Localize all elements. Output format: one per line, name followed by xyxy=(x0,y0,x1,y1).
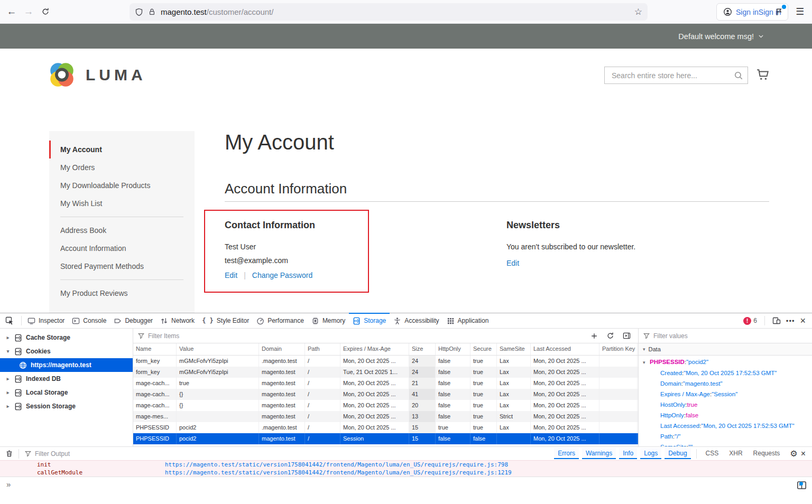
tree-item-local-storage[interactable]: ▸Local Storage xyxy=(0,386,133,399)
refresh-items-icon[interactable] xyxy=(606,332,614,340)
sidebar-item-account-information[interactable]: Account Information xyxy=(49,239,195,257)
search-icon[interactable] xyxy=(734,71,743,80)
filter-logs-button[interactable]: Logs xyxy=(640,448,661,459)
tab-storage[interactable]: Storage xyxy=(349,313,390,328)
tree-item-indexed-db[interactable]: ▸Indexed DB xyxy=(0,372,133,386)
data-section-header[interactable]: ▾ Data xyxy=(639,343,812,356)
data-entry[interactable]: Domain:"magento.test" xyxy=(639,378,812,389)
change-password-link[interactable]: Change Password xyxy=(252,271,312,279)
col-value[interactable]: Value xyxy=(177,343,259,355)
cookie-row[interactable]: mage-cach...truemagento.test/Mon, 20 Oct… xyxy=(133,378,638,389)
stack-function: init xyxy=(0,461,165,469)
reload-button[interactable] xyxy=(37,3,54,20)
cookie-row[interactable]: form_keymGMcFofvYi5zpIpimagento.test/Tue… xyxy=(133,367,638,378)
data-root-node[interactable]: ▾PHPSESSID:"pocid2" xyxy=(639,357,812,368)
tab-performance[interactable]: Performance xyxy=(253,313,308,328)
add-item-icon[interactable] xyxy=(590,332,598,340)
luma-logo[interactable]: LUMA xyxy=(47,60,146,90)
search-input[interactable] xyxy=(605,71,734,80)
bookmark-star-icon[interactable]: ☆ xyxy=(634,6,642,17)
filter-items-input[interactable] xyxy=(148,332,587,340)
console-input-row[interactable]: » xyxy=(0,477,812,504)
cookie-row-selected[interactable]: PHPSESSIDpocid2magento.test/Session15fal… xyxy=(133,433,638,444)
stack-source-link[interactable]: https://magento.test/static/version17580… xyxy=(165,469,512,477)
stack-frame[interactable]: init https://magento.test/static/version… xyxy=(0,461,812,469)
devtools-menu-icon[interactable]: ••• xyxy=(786,317,795,325)
cookie-row[interactable]: mage-cach...{}magento.test/Mon, 20 Oct 2… xyxy=(133,400,638,411)
tab-console[interactable]: Console xyxy=(68,313,110,328)
welcome-bar[interactable]: Default welcome msg! xyxy=(0,24,812,49)
col-samesite[interactable]: SameSite xyxy=(497,343,531,355)
data-entry[interactable]: Path:"/" xyxy=(639,431,812,442)
tab-memory[interactable]: Memory xyxy=(308,313,349,328)
tab-debugger[interactable]: Debugger xyxy=(110,313,156,328)
data-entry[interactable]: Last Accessed:"Mon, 20 Oct 2025 17:52:53… xyxy=(639,421,812,431)
split-console-icon[interactable] xyxy=(797,480,807,490)
cookie-row[interactable]: PHPSESSIDpocid2.magento.test/Mon, 20 Oct… xyxy=(133,422,638,433)
tab-application[interactable]: Application xyxy=(443,313,493,328)
col-partition-key[interactable]: Partition Key xyxy=(599,343,638,355)
tab-style-editor[interactable]: { }Style Editor xyxy=(198,313,253,328)
tree-item-cookies[interactable]: ▾Cookies xyxy=(0,344,133,358)
col-size[interactable]: Size xyxy=(409,343,436,355)
cookie-row[interactable]: mage-cach...{}magento.test/Mon, 20 Oct 2… xyxy=(133,389,638,400)
lock-icon[interactable] xyxy=(148,8,156,16)
cookie-row[interactable]: mage-mes...magento.test/Mon, 20 Oct 2025… xyxy=(133,411,638,422)
filter-css-button[interactable]: CSS xyxy=(702,448,723,459)
stack-source-link[interactable]: https://magento.test/static/version17580… xyxy=(165,461,508,469)
col-expires[interactable]: Expires / Max-Age xyxy=(340,343,409,355)
tracking-shield-icon[interactable] xyxy=(135,8,143,16)
menu-hamburger-icon[interactable]: ☰ xyxy=(792,4,808,20)
tab-network[interactable]: Network xyxy=(156,313,198,328)
sidebar-item-my-orders[interactable]: My Orders xyxy=(49,158,195,176)
stack-frame[interactable]: callGetModule https://magento.test/stati… xyxy=(0,469,812,477)
filter-debug-button[interactable]: Debug xyxy=(665,448,690,459)
sidebar-item-stored-payment-methods[interactable]: Stored Payment Methods xyxy=(49,257,195,275)
forward-button[interactable]: → xyxy=(20,3,37,20)
filter-errors-button[interactable]: Errors xyxy=(554,448,579,459)
toolbar-separator xyxy=(19,449,19,459)
filter-info-button[interactable]: Info xyxy=(619,448,637,459)
filter-warnings-button[interactable]: Warnings xyxy=(582,448,616,459)
tree-item-cache-storage[interactable]: ▸Cache Storage xyxy=(0,331,133,344)
sidebar-item-address-book[interactable]: Address Book xyxy=(49,221,195,239)
data-entry[interactable]: Created:"Mon, 20 Oct 2025 17:52:53 GMT" xyxy=(639,368,812,378)
filter-requests-button[interactable]: Requests xyxy=(750,448,784,459)
col-domain[interactable]: Domain xyxy=(259,343,305,355)
col-name[interactable]: Name xyxy=(133,343,177,355)
console-close-icon[interactable]: × xyxy=(801,450,806,458)
sidebar-item-my-downloadable-products[interactable]: My Downloadable Products xyxy=(49,176,195,194)
data-entry[interactable]: SameSite:"" xyxy=(639,442,812,446)
toggle-sidebar-icon[interactable] xyxy=(623,332,631,340)
responsive-design-mode-icon[interactable] xyxy=(772,316,781,325)
data-entry[interactable]: Expires / Max-Age:"Session" xyxy=(639,389,812,399)
devtools-close-icon[interactable]: × xyxy=(800,316,806,325)
data-entry[interactable]: HttpOnly:false xyxy=(639,410,812,421)
col-httponly[interactable]: HttpOnly xyxy=(436,343,470,355)
filter-output-input[interactable] xyxy=(35,450,204,458)
sidebar-item-my-product-reviews[interactable]: My Product Reviews xyxy=(49,284,195,302)
tree-item-session-storage[interactable]: ▸Session Storage xyxy=(0,399,133,413)
error-count-button[interactable]: ! 6 xyxy=(743,317,757,325)
url-bar[interactable]: magento.test/customer/account/ ☆ xyxy=(130,3,648,21)
data-entry[interactable]: HostOnly:true xyxy=(639,399,812,410)
col-secure[interactable]: Secure xyxy=(470,343,497,355)
pick-element-button[interactable] xyxy=(0,316,19,325)
tree-item-magento-host[interactable]: https://magento.test xyxy=(0,358,133,372)
col-path[interactable]: Path xyxy=(305,343,340,355)
clear-console-trash-icon[interactable] xyxy=(5,450,13,458)
edit-contact-link[interactable]: Edit xyxy=(225,271,237,279)
edit-newsletter-link[interactable]: Edit xyxy=(506,259,519,267)
filter-xhr-button[interactable]: XHR xyxy=(725,448,746,459)
console-settings-gear-icon[interactable]: ⚙ xyxy=(790,449,797,459)
filter-values-input[interactable] xyxy=(653,332,808,340)
col-last-accessed[interactable]: Last Accessed xyxy=(531,343,599,355)
save-flag-icon[interactable] xyxy=(771,4,787,20)
sidebar-item-my-account[interactable]: My Account xyxy=(49,141,195,158)
tab-accessibility[interactable]: Accessibility xyxy=(390,313,442,328)
back-button[interactable]: ← xyxy=(3,3,20,20)
sidebar-item-my-wish-list[interactable]: My Wish List xyxy=(49,194,195,212)
cookie-row[interactable]: form_keymGMcFofvYi5zpIpi.magento.test/Mo… xyxy=(133,356,638,367)
tab-inspector[interactable]: Inspector xyxy=(24,313,68,328)
cart-icon[interactable] xyxy=(756,68,770,81)
